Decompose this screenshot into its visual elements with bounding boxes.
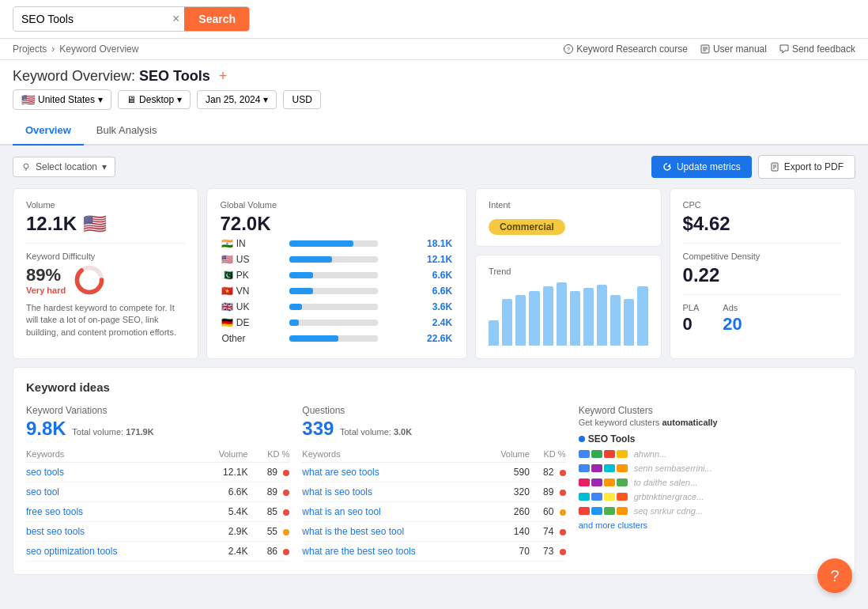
keyword-link[interactable]: what is seo tools [302,486,372,497]
questions-col-kd: KD % [530,446,566,463]
cpc-label: CPC [683,200,842,210]
breadcrumb-projects[interactable]: Projects [13,44,47,55]
breadcrumb-current: Keyword Overview [59,44,138,55]
main-content: Select location ▾ Update metrics Export … [0,146,868,584]
cluster-dot [579,436,585,442]
table-row: seo tool 6.6K 89 [26,482,289,502]
color-bar [579,478,590,486]
device-filter[interactable]: 🖥 Desktop ▾ [118,90,191,109]
color-bar [604,450,615,458]
color-bar [617,478,628,486]
location-select[interactable]: Select location ▾ [13,157,115,177]
kd-dot [560,509,566,516]
list-item: grbtnktinergrace... [579,492,842,501]
comp-density-value: 0.22 [683,264,842,286]
keyword-link[interactable]: free seo tools [26,506,83,517]
volume-kd-card: Volume 12.1K 🇺🇸 Keyword Difficulty 89% V… [13,188,198,359]
color-bar [604,478,615,486]
tab-bulk-analysis[interactable]: Bulk Analysis [84,116,170,146]
list-item: senn sembaserrini... [579,463,842,473]
chevron-down-icon: ▾ [98,94,103,105]
kd-donut-chart [74,264,105,296]
table-row: 🇵🇰 PK 6.6K [221,268,452,282]
table-row: free seo tools 5.4K 85 [26,502,289,522]
color-bar [579,507,590,515]
search-button[interactable]: Search [184,7,250,31]
comp-density-label: Competitive Density [683,252,842,261]
keyword-link[interactable]: seo tool [26,486,59,497]
color-bar [617,464,628,472]
intent-label: Intent [489,200,647,210]
trend-bar [583,288,594,346]
keyword-link[interactable]: what are the best seo tools [302,546,415,557]
table-row: seo optimization tools 2.4K 86 [26,542,289,562]
topbar: × Search [0,0,868,39]
cluster-name: seq snrkur cdng... [634,506,703,516]
date-filter[interactable]: Jan 25, 2024 ▾ [197,90,277,109]
volume-label: Volume [26,200,185,210]
table-row: 🇺🇸 US 12.1K [221,252,452,267]
toolbar-actions: Update metrics Export to PDF [651,155,855,179]
cluster-name: senn sembaserrini... [634,463,712,473]
kd-row: 89% Very hard [26,264,185,296]
nav-course-link[interactable]: ? Keyword Research course [564,44,688,55]
more-clusters-link[interactable]: and more clusters [579,520,842,530]
variations-count: 9.8K [26,418,66,439]
page-title: Keyword Overview: SEO Tools + [13,68,855,85]
desktop-icon: 🖥 [126,94,136,105]
keyword-ideas-section: Keyword ideas Keyword Variations 9.8K To… [13,367,855,575]
color-bar [591,507,602,515]
nav-manual-link[interactable]: User manual [700,44,767,55]
color-bar [617,450,628,458]
search-clear-button[interactable]: × [168,12,184,26]
ads-section: Ads 20 [723,303,742,335]
chevron-down-icon: ▾ [263,94,268,105]
nav-feedback-link[interactable]: Send feedback [779,44,855,55]
kd-label: Keyword Difficulty [26,252,185,261]
questions-table: Keywords Volume KD % what are seo tools … [302,446,565,562]
global-volume-table: 🇮🇳 IN 18.1K 🇺🇸 US 12.1K 🇵🇰 PK 6.6K 🇻🇳 VN… [220,235,454,347]
table-row: what is an seo tool 260 60 [302,502,565,522]
tab-overview[interactable]: Overview [13,116,84,146]
keyword-link[interactable]: seo optimization tools [26,546,117,557]
table-row: seo tools 12.1K 89 [26,463,289,482]
table-row: what is seo tools 320 89 [302,482,565,502]
pla-value: 0 [683,314,700,335]
clusters-title: Keyword Clusters [579,405,842,416]
keyword-link[interactable]: what is an seo tool [302,506,380,517]
export-pdf-button[interactable]: Export to PDF [758,155,855,179]
country-filter[interactable]: 🇺🇸 United States ▾ [13,89,111,110]
table-row: best seo tools 2.9K 55 [26,522,289,542]
global-volume-card: Global Volume 72.0K 🇮🇳 IN 18.1K 🇺🇸 US 12… [206,188,467,359]
kd-dot [560,529,566,535]
kd-dot [560,490,566,496]
questions-title: Questions [302,405,565,416]
global-volume-label: Global Volume [220,200,454,210]
questions-col-volume: Volume [483,446,530,463]
keyword-link[interactable]: best seo tools [26,526,85,537]
variations-column: Keyword Variations 9.8K Total volume: 17… [26,405,289,562]
header-actions: ? Keyword Research course User manual Se… [564,44,855,55]
kd-dot [560,549,566,555]
keyword-link[interactable]: what is the best seo tool [302,526,404,537]
add-keyword-icon[interactable]: + [219,68,228,84]
currency-filter[interactable]: USD [283,90,320,109]
trend-bar [557,282,567,346]
keyword-link[interactable]: what are seo tools [302,467,379,478]
filters-row: 🇺🇸 United States ▾ 🖥 Desktop ▾ Jan 25, 2… [13,89,855,116]
update-metrics-button[interactable]: Update metrics [651,156,752,178]
table-row: 🇬🇧 UK 3.6K [221,300,452,314]
kd-value: 89% [26,265,66,286]
questions-col-keywords: Keywords [302,446,483,463]
search-input[interactable] [13,8,168,30]
chevron-down-icon: ▾ [177,94,182,105]
chevron-down-icon: ▾ [102,161,107,172]
color-bar [617,507,628,515]
trend-label: Trend [489,267,647,276]
toolbar-row: Select location ▾ Update metrics Export … [13,155,855,179]
color-bar [617,493,628,501]
keyword-link[interactable]: seo tools [26,467,64,478]
table-row: what are the best seo tools 70 73 [302,542,565,562]
intent-trend-column: Intent Commercial Trend [475,188,661,359]
color-bar [591,493,602,501]
